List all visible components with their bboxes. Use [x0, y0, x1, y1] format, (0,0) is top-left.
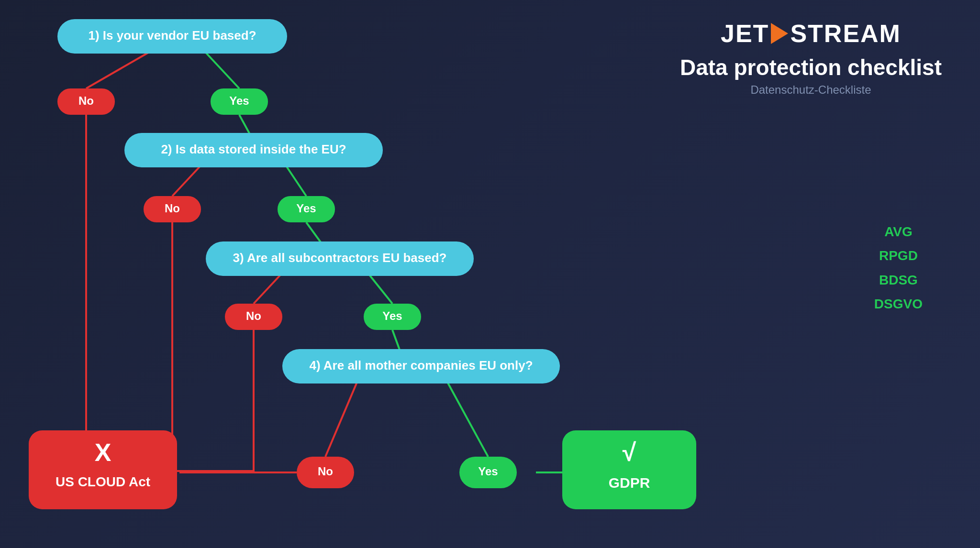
logo-stream: STREAM	[790, 19, 901, 48]
us-cloud-x: X	[95, 438, 111, 466]
gdpr-check: √	[623, 438, 636, 466]
yes3-label: Yes	[382, 309, 402, 322]
q1-text: 1) Is your vendor EU based?	[88, 28, 256, 43]
gdpr-label: GDPR	[609, 475, 650, 491]
svg-line-0	[86, 53, 148, 88]
no4-label: No	[318, 465, 333, 478]
q4-text: 4) Are all mother companies EU only?	[309, 358, 533, 373]
no3-label: No	[246, 309, 261, 322]
compliance-rpgd: RPGD	[874, 244, 923, 268]
flowchart: 1) Is your vendor EU based? 2) Is data s…	[0, 0, 742, 548]
logo-arrow-icon	[771, 23, 788, 44]
compliance-bdsg: BDSG	[874, 268, 923, 292]
yes4-label: Yes	[478, 465, 498, 478]
us-cloud-label: US CLOUD Act	[56, 474, 150, 489]
yes2-label: Yes	[296, 202, 316, 215]
no1-label: No	[78, 94, 94, 107]
compliance-dsgvo: DSGVO	[874, 292, 923, 316]
svg-line-1	[206, 53, 239, 88]
compliance-avg: AVG	[874, 220, 923, 244]
q2-text: 2) Is data stored inside the EU?	[161, 142, 346, 156]
yes1-label: Yes	[229, 94, 249, 107]
compliance-list: AVG RPGD BDSG DSGVO	[874, 220, 923, 317]
no2-label: No	[165, 202, 180, 215]
svg-line-11	[325, 378, 359, 457]
q3-text: 3) Are all subcontractors EU based?	[233, 251, 447, 265]
svg-line-13	[445, 378, 488, 457]
